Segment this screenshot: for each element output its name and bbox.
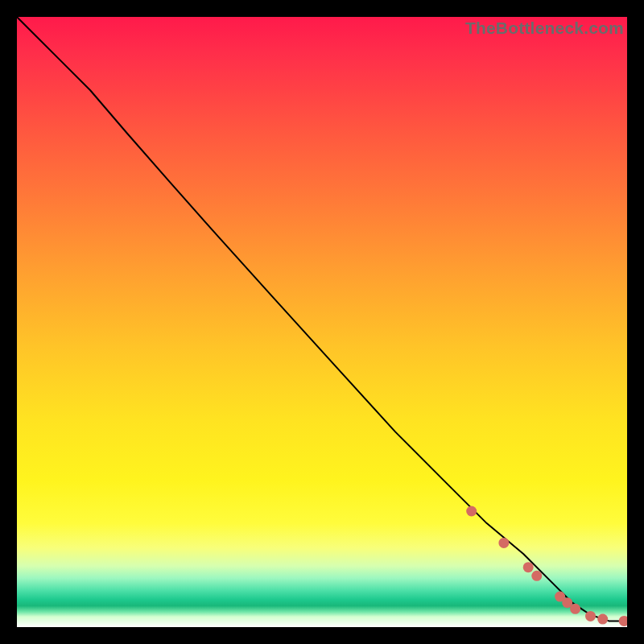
marker-layer: [402, 435, 628, 626]
data-marker: [498, 538, 509, 548]
data-marker: [619, 616, 627, 626]
chart-svg: [17, 17, 627, 627]
data-marker: [523, 562, 534, 572]
watermark-text: TheBottleneck.com: [465, 19, 624, 38]
data-marker: [585, 611, 596, 621]
chart-frame: TheBottleneck.com: [0, 0, 644, 644]
data-marker: [531, 571, 542, 581]
data-marker-segment: [477, 518, 496, 536]
data-marker-segment: [402, 435, 432, 465]
data-marker-segment: [542, 580, 551, 588]
plot-area: TheBottleneck.com: [17, 17, 627, 627]
data-marker: [570, 604, 580, 614]
data-marker: [466, 506, 477, 517]
curve-line: [17, 17, 627, 621]
data-marker: [597, 614, 608, 625]
